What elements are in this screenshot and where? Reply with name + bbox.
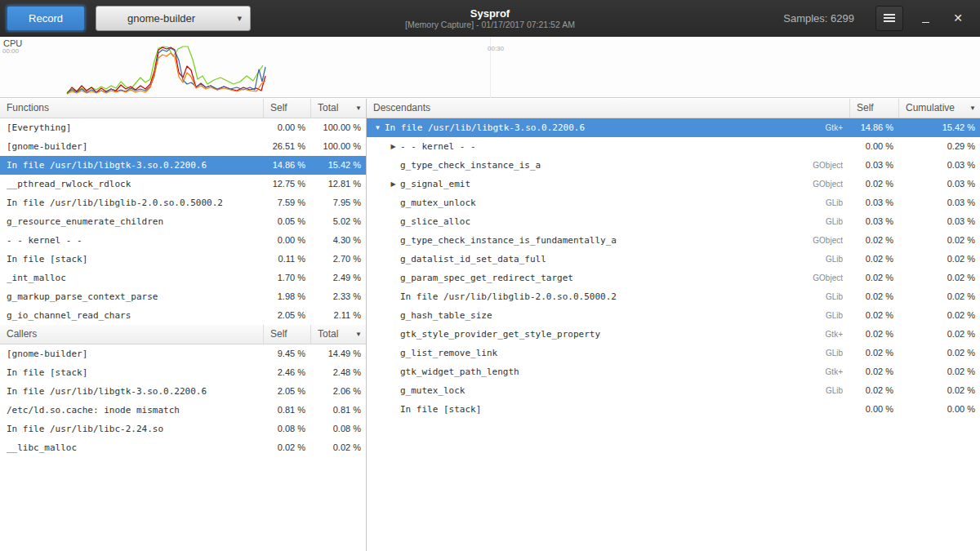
descendant-row[interactable]: g_mutex_lock GLib 0.02 % 0.02 % [367, 381, 980, 400]
self-percent: 0.02 % [849, 175, 898, 193]
function-row[interactable]: In file [stack] 0.11 % 2.70 % [0, 250, 366, 269]
sort-indicator-icon: ▼ [355, 99, 362, 118]
function-name: g_datalist_id_set_data_full [400, 250, 546, 269]
function-row[interactable]: In file /usr/lib/libgtk-3.so.0.2200.6 14… [0, 156, 366, 175]
library-badge: GLib [826, 381, 849, 400]
function-row[interactable]: [gnome-builder] 26.51 % 100.00 % [0, 137, 366, 156]
function-row[interactable]: g_io_channel_read_chars 2.05 % 2.11 % [0, 306, 366, 325]
sort-indicator-icon: ▼ [355, 325, 362, 344]
function-row[interactable]: g_markup_parse_context_parse 1.98 % 2.33… [0, 287, 366, 306]
expander-icon[interactable]: ▶ [386, 137, 400, 156]
library-badge: Gtk+ [826, 325, 849, 344]
window-title: Sysprof [470, 7, 510, 20]
function-row[interactable]: __pthread_rwlock_rdlock 12.75 % 12.81 % [0, 175, 366, 193]
descendant-row[interactable]: g_datalist_id_set_data_full GLib 0.02 % … [367, 250, 980, 269]
function-name: g_markup_parse_context_parse [0, 287, 263, 306]
descendant-row[interactable]: In file [stack] 0.00 % 0.00 % [367, 400, 980, 419]
cpu-graph[interactable]: CPU 00:00 00:30 [0, 37, 980, 98]
process-selector-dropdown[interactable]: gnome-builder ▾ [96, 6, 251, 31]
function-row[interactable]: - - kernel - - 0.00 % 4.30 % [0, 231, 366, 250]
self-percent: 0.02 % [849, 362, 898, 381]
self-percent: 14.86 % [263, 156, 310, 175]
self-percent: 0.02 % [849, 344, 898, 362]
library-badge: Gtk+ [826, 362, 849, 381]
close-icon: ✕ [953, 11, 963, 24]
column-header-self[interactable]: Self [849, 99, 898, 118]
descendant-row[interactable]: g_list_remove_link GLib 0.02 % 0.02 % [367, 344, 980, 362]
function-name: g_io_channel_read_chars [0, 306, 263, 325]
descendant-row[interactable]: gtk_style_provider_get_style_property Gt… [367, 325, 980, 344]
total-percent: 100.00 % [310, 118, 366, 137]
record-button[interactable]: Record [7, 6, 85, 31]
function-row[interactable]: In file /usr/lib/libglib-2.0.so.0.5000.2… [0, 193, 366, 212]
caller-row[interactable]: /etc/ld.so.cache: inode mismatch 0.81 % … [0, 401, 366, 420]
caller-row[interactable]: In file /usr/lib/libgtk-3.so.0.2200.6 2.… [0, 382, 366, 401]
samples-count: Samples: 6299 [783, 12, 854, 24]
descendant-row[interactable]: ▼ In file /usr/lib/libgtk-3.so.0.2200.6 … [367, 118, 980, 137]
column-header-functions[interactable]: Functions [0, 99, 263, 118]
function-name: - - kernel - - [0, 231, 263, 250]
cumulative-percent: 0.00 % [898, 400, 980, 419]
descendant-row[interactable]: g_type_check_instance_is_fundamentally_a… [367, 231, 980, 250]
function-name: In file [stack] [0, 363, 263, 382]
function-name: __libc_malloc [0, 438, 263, 457]
column-header-self[interactable]: Self [263, 99, 310, 118]
headerbar-left: Record gnome-builder ▾ [0, 6, 251, 31]
total-percent: 2.11 % [310, 306, 366, 325]
self-percent: 0.02 % [849, 231, 898, 250]
callers-table-header: Callers Self Total ▼ [0, 325, 366, 344]
self-percent: 0.03 % [849, 156, 898, 175]
headerbar: Record gnome-builder ▾ Sysprof [Memory C… [0, 0, 980, 37]
minimize-button[interactable] [915, 6, 936, 31]
expander-icon[interactable]: ▶ [386, 175, 400, 193]
self-percent: 0.81 % [263, 401, 310, 420]
library-badge: Gtk+ [826, 118, 849, 137]
self-percent: 0.02 % [849, 306, 898, 325]
cumulative-percent: 0.03 % [898, 156, 980, 175]
column-header-callers[interactable]: Callers [0, 325, 263, 344]
descendant-row[interactable]: g_mutex_unlock GLib 0.03 % 0.03 % [367, 193, 980, 212]
expander-icon[interactable]: ▼ [371, 118, 385, 137]
minimize-icon [922, 22, 929, 23]
function-name: g_resource_enumerate_children [0, 212, 263, 231]
function-name: In file [stack] [400, 400, 481, 419]
sort-indicator-icon: ▼ [969, 99, 976, 118]
column-header-total[interactable]: Total ▼ [310, 99, 366, 118]
function-name: In file /usr/lib/libglib-2.0.so.0.5000.2 [0, 193, 263, 212]
self-percent: 0.03 % [849, 193, 898, 212]
column-header-self[interactable]: Self [263, 325, 310, 344]
menu-button[interactable] [875, 6, 903, 31]
column-header-descendants[interactable]: Descendants [367, 99, 849, 118]
total-percent: 15.42 % [310, 156, 366, 175]
function-row[interactable]: g_resource_enumerate_children 0.05 % 5.0… [0, 212, 366, 231]
descendant-row[interactable]: ▶ - - kernel - - 0.00 % 0.29 % [367, 137, 980, 156]
descendant-row[interactable]: g_hash_table_size GLib 0.02 % 0.02 % [367, 306, 980, 325]
function-name: g_type_check_instance_is_a [400, 156, 541, 175]
caller-row[interactable]: [gnome-builder] 9.45 % 14.49 % [0, 344, 366, 363]
cumulative-percent: 0.02 % [898, 344, 980, 362]
column-header-total[interactable]: Total ▼ [310, 325, 366, 344]
descendant-row[interactable]: g_param_spec_get_redirect_target GObject… [367, 269, 980, 287]
process-selector-label: gnome-builder [127, 12, 195, 24]
function-name: - - kernel - - [400, 137, 476, 156]
library-badge: GLib [826, 212, 849, 231]
descendant-row[interactable]: In file /usr/lib/libglib-2.0.so.0.5000.2… [367, 287, 980, 306]
caller-row[interactable]: __libc_malloc 0.02 % 0.02 % [0, 438, 366, 457]
cumulative-percent: 15.42 % [898, 118, 980, 137]
descendant-row[interactable]: g_type_check_instance_is_a GObject 0.03 … [367, 156, 980, 175]
self-percent: 0.08 % [263, 420, 310, 438]
caller-row[interactable]: In file /usr/lib/libc-2.24.so 0.08 % 0.0… [0, 420, 366, 438]
self-percent: 2.05 % [263, 306, 310, 325]
function-row[interactable]: [Everything] 0.00 % 100.00 % [0, 118, 366, 137]
column-header-cumulative[interactable]: Cumulative ▼ [898, 99, 980, 118]
descendant-row[interactable]: g_slice_alloc GLib 0.03 % 0.03 % [367, 212, 980, 231]
caller-row[interactable]: In file [stack] 2.46 % 2.48 % [0, 363, 366, 382]
function-name: [Everything] [0, 118, 263, 137]
descendant-row[interactable]: gtk_widget_path_length Gtk+ 0.02 % 0.02 … [367, 362, 980, 381]
self-percent: 12.75 % [263, 175, 310, 193]
function-row[interactable]: _int_malloc 1.70 % 2.49 % [0, 269, 366, 287]
self-percent: 0.02 % [849, 250, 898, 269]
close-button[interactable]: ✕ [947, 6, 969, 31]
cumulative-percent: 0.02 % [898, 381, 980, 400]
descendant-row[interactable]: ▶ g_signal_emit GObject 0.02 % 0.03 % [367, 175, 980, 193]
